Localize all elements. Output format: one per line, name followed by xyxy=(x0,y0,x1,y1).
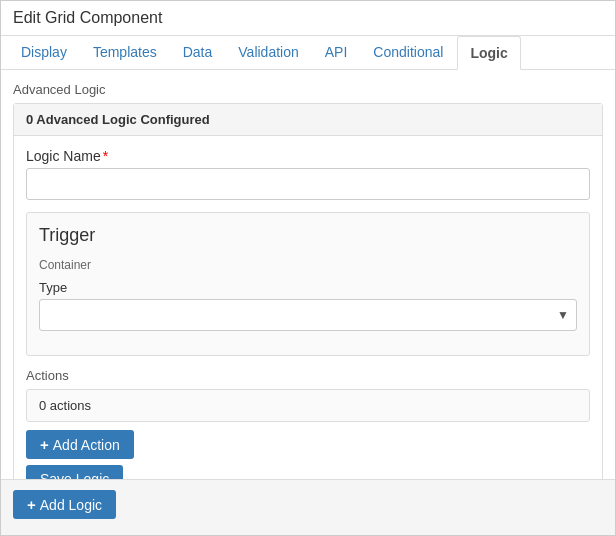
logic-name-label: Logic Name* xyxy=(26,148,590,164)
advanced-logic-header: 0 Advanced Logic Configured xyxy=(14,104,602,136)
modal-container: Edit Grid Component Display Templates Da… xyxy=(0,0,616,536)
actions-count-box: 0 actions xyxy=(26,389,590,422)
logic-form: Logic Name* Trigger Container Type Simpl… xyxy=(14,136,602,479)
save-logic-label: Save Logic xyxy=(40,471,109,479)
add-logic-plus-icon: + xyxy=(27,496,36,513)
trigger-type-label: Type xyxy=(39,280,577,295)
save-logic-button[interactable]: Save Logic xyxy=(26,465,123,479)
actions-section: Actions 0 actions + Add Action Save Logi… xyxy=(26,368,590,479)
tab-conditional[interactable]: Conditional xyxy=(361,36,455,70)
add-action-label: Add Action xyxy=(53,437,120,453)
tab-logic[interactable]: Logic xyxy=(457,36,520,70)
advanced-logic-box: 0 Advanced Logic Configured Logic Name* … xyxy=(13,103,603,479)
trigger-title: Trigger xyxy=(39,225,577,246)
tab-data[interactable]: Data xyxy=(171,36,225,70)
tab-templates[interactable]: Templates xyxy=(81,36,169,70)
logic-name-group: Logic Name* xyxy=(26,148,590,200)
advanced-logic-section-label: Advanced Logic xyxy=(13,82,603,97)
tab-display[interactable]: Display xyxy=(9,36,79,70)
logic-name-input[interactable] xyxy=(26,168,590,200)
add-action-plus-icon: + xyxy=(40,436,49,453)
tab-api[interactable]: API xyxy=(313,36,360,70)
trigger-type-group: Type Simple Javascript JSON Logic Event … xyxy=(39,280,577,331)
modal-header: Edit Grid Component xyxy=(1,1,615,36)
trigger-container-label: Container xyxy=(39,258,577,272)
actions-label: Actions xyxy=(26,368,590,383)
add-logic-label: Add Logic xyxy=(40,497,102,513)
trigger-type-select[interactable]: Simple Javascript JSON Logic Event xyxy=(39,299,577,331)
trigger-box: Trigger Container Type Simple Javascript… xyxy=(26,212,590,356)
trigger-type-select-wrapper: Simple Javascript JSON Logic Event ▼ xyxy=(39,299,577,331)
modal-footer: + Add Logic xyxy=(1,479,615,535)
required-star: * xyxy=(103,148,108,164)
modal-title: Edit Grid Component xyxy=(13,9,162,26)
add-logic-button[interactable]: + Add Logic xyxy=(13,490,116,519)
tab-validation[interactable]: Validation xyxy=(226,36,310,70)
add-action-button[interactable]: + Add Action xyxy=(26,430,134,459)
modal-body: Advanced Logic 0 Advanced Logic Configur… xyxy=(1,70,615,479)
tabs-bar: Display Templates Data Validation API Co… xyxy=(1,36,615,70)
